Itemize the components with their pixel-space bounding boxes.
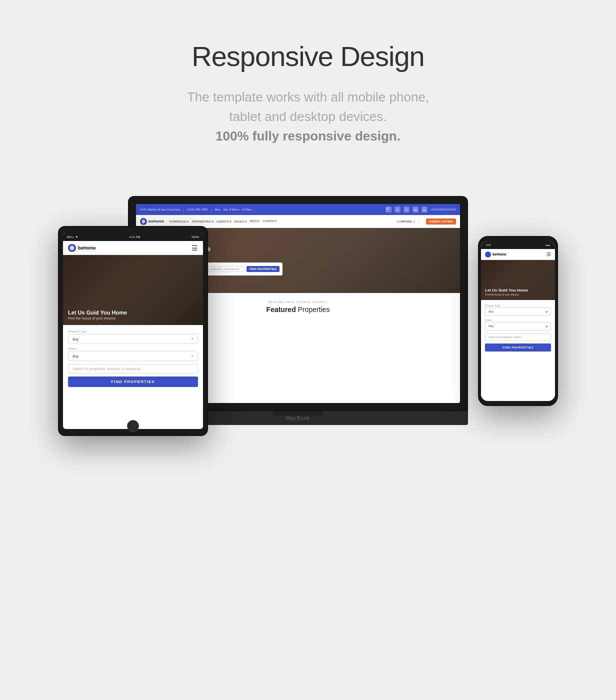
phone-logo-text: beHome <box>492 252 506 256</box>
nav-homepage[interactable]: HOMEPAGE ▾ <box>170 220 189 223</box>
phone-nav: beHome ☰ <box>481 249 555 260</box>
tablet-battery: 100% <box>192 236 199 238</box>
facebook-icon: f <box>394 206 400 212</box>
laptop-topbar-left: 1441 Market St San Francisco | (123) 456… <box>140 208 252 212</box>
tablet-time: 4:21 PM <box>129 236 140 238</box>
nav-agents[interactable]: AGENTS ▾ <box>216 220 231 223</box>
tablet-logo-icon <box>68 244 76 252</box>
compare-area: COMPARE ✓ ♡ <box>397 219 421 224</box>
phone-status-select[interactable]: Any ▾ <box>485 322 551 330</box>
tablet-logo-svg <box>70 246 74 250</box>
tablet-logo-text: beHome <box>78 246 96 250</box>
laptop-topbar-right: 🔍 f t in p LOGIN/REGISTER <box>386 206 456 212</box>
subtitle-bold: 100% fully responsive design. <box>216 128 400 144</box>
laptop-phone: (123) 456-7890 <box>188 208 208 211</box>
submit-listing-btn[interactable]: SUBMIT LISTING <box>426 218 456 224</box>
phone-property-select[interactable]: Any ▾ <box>485 308 551 316</box>
tablet-hero-content: Let Us Guid You Home Find the house of y… <box>68 310 198 320</box>
laptop-logo-icon <box>140 218 147 225</box>
chevron-down-icon: ▾ <box>192 337 194 341</box>
chevron-icon-2: ▾ <box>546 324 548 328</box>
tablet-property-select[interactable]: Any ▾ <box>68 334 198 344</box>
tablet-nav: beHome ☰ <box>63 241 203 255</box>
laptop-topbar: 1441 Market St San Francisco | (123) 456… <box>136 204 460 215</box>
nav-contact[interactable]: CONTACT <box>263 220 278 223</box>
laptop-login: LOGIN/REGISTER <box>430 208 456 211</box>
phone-logo: beHome <box>485 252 506 258</box>
pinterest-icon: p <box>422 206 428 212</box>
tablet-property-label: Property Type <box>68 330 198 333</box>
tablet-hero: Let Us Guid You Home Find the house of y… <box>63 255 203 325</box>
logo-svg <box>142 220 146 224</box>
tablet-screen: BELL ▼ 4:21 PM 100% <box>63 233 203 429</box>
devices-showcase: 1441 Market St San Francisco | (123) 456… <box>58 196 558 496</box>
phone-find-btn[interactable]: FIND PROPERTIES <box>485 344 551 352</box>
phone-hero-sub: Find the house of your dreams <box>485 293 551 296</box>
tablet-status-label: Status <box>68 347 198 350</box>
svg-marker-0 <box>142 220 145 224</box>
laptop-find-btn[interactable]: FIND PROPERTIES <box>246 266 280 272</box>
phone-status-label: Status <box>485 318 551 322</box>
twitter-icon: t <box>404 206 410 212</box>
chevron-icon: ▾ <box>546 310 548 314</box>
tablet-home-button[interactable] <box>127 420 139 432</box>
compare-text: COMPARE ✓ <box>397 220 416 223</box>
phone-keyword-input[interactable]: Search for properties, suburb... <box>485 333 551 341</box>
heading-section: Responsive Design The template works wit… <box>187 40 429 146</box>
tablet-device: BELL ▼ 4:21 PM 100% <box>58 226 208 436</box>
subtitle-line1: The template works with all mobile phone… <box>187 90 429 104</box>
tablet-keyword-input[interactable]: Search for properties, suburbs, or keywo… <box>68 364 198 374</box>
phone-hamburger[interactable]: ☰ <box>546 252 551 257</box>
tablet-hamburger[interactable]: ☰ <box>192 244 198 252</box>
phone-notch <box>506 240 530 244</box>
page-title: Responsive Design <box>187 40 429 72</box>
tablet-hero-sub: Find the house of your dreams <box>68 316 198 320</box>
tablet-carrier: BELL ▼ <box>67 236 78 238</box>
chevron-down-icon-2: ▾ <box>192 354 194 358</box>
laptop-logo: beHome <box>140 218 164 225</box>
laptop-address: 1441 Market St San Francisco <box>140 208 180 211</box>
nav-about[interactable]: ABOUT <box>250 220 260 223</box>
phone-body: 9:41 ●●● beHome ☰ <box>478 236 558 406</box>
phone-search-area: Property Type Any ▾ Status Any ▾ Search … <box>481 300 555 401</box>
phone-hero: Let Us Guid You Home Find the house of y… <box>481 260 555 300</box>
phone-signal: ●●● <box>546 244 550 246</box>
laptop-hours: Mon - Sat: 8:00am - 6:00pm <box>214 208 252 211</box>
tablet-search-area: Property Type Any ▾ Status Any ▾ <box>63 325 203 429</box>
phone-property-label: Property Type <box>485 304 551 307</box>
subtitle-line2: tablet and desktop devices. <box>229 109 386 124</box>
svg-marker-1 <box>70 246 74 250</box>
heart-icon: ♡ <box>417 219 421 224</box>
tablet-screen-content: BELL ▼ 4:21 PM 100% <box>63 233 203 429</box>
tablet-logo: beHome <box>68 244 96 252</box>
tablet-status-select[interactable]: Any ▾ <box>68 351 198 361</box>
laptop-nav-links: HOMEPAGE ▾ PROPERTIES ▾ AGENTS ▾ PAGES ▾… <box>170 220 392 223</box>
tablet-statusbar: BELL ▼ 4:21 PM 100% <box>63 233 203 241</box>
laptop-notch <box>273 411 323 416</box>
nav-pages[interactable]: PAGES ▾ <box>234 220 246 223</box>
subtitle: The template works with all mobile phone… <box>187 88 429 146</box>
phone-screen-content: 9:41 ●●● beHome ☰ <box>481 241 555 401</box>
tablet-hero-title: Let Us Guid You Home <box>68 310 198 316</box>
featured-normal: Properties <box>296 306 330 314</box>
phone-hero-content: Let Us Guid You Home Find the house of y… <box>485 288 551 296</box>
tablet-find-btn[interactable]: FIND PROPERTIES <box>68 376 198 387</box>
tablet-body: BELL ▼ 4:21 PM 100% <box>58 226 208 436</box>
search-icon: 🔍 <box>386 206 392 212</box>
phone-screen: 9:41 ●●● beHome ☰ <box>481 241 555 401</box>
page-wrapper: Responsive Design The template works wit… <box>0 0 616 700</box>
instagram-icon: in <box>412 206 418 212</box>
nav-properties[interactable]: PROPERTIES ▾ <box>192 220 213 223</box>
phone-hero-title: Let Us Guid You Home <box>485 288 551 292</box>
phone-logo-icon <box>485 252 491 258</box>
laptop-logo-text: beHome <box>148 219 164 224</box>
featured-bold: Featured <box>266 306 296 314</box>
phone-device: 9:41 ●●● beHome ☰ <box>478 236 558 406</box>
phone-time: 9:41 <box>486 244 491 246</box>
